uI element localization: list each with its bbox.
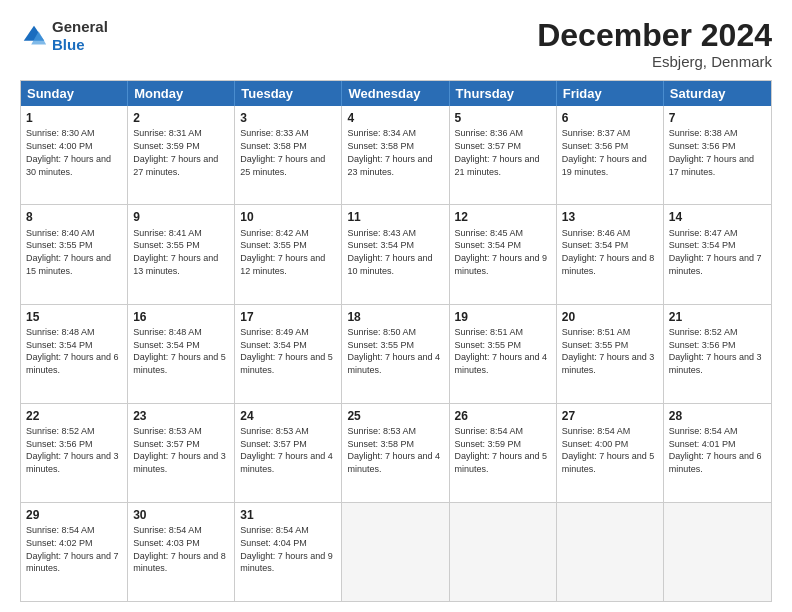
- month-title: December 2024: [537, 18, 772, 53]
- location-subtitle: Esbjerg, Denmark: [537, 53, 772, 70]
- cell-info: Sunrise: 8:54 AMSunset: 4:01 PMDaylight:…: [669, 426, 762, 474]
- cal-cell-19: 19Sunrise: 8:51 AMSunset: 3:55 PMDayligh…: [450, 305, 557, 403]
- cal-cell-27: 27Sunrise: 8:54 AMSunset: 4:00 PMDayligh…: [557, 404, 664, 502]
- logo-text: General Blue: [52, 18, 108, 54]
- cell-info: Sunrise: 8:40 AMSunset: 3:55 PMDaylight:…: [26, 228, 111, 276]
- cal-cell-6: 6Sunrise: 8:37 AMSunset: 3:56 PMDaylight…: [557, 106, 664, 204]
- day-number: 8: [26, 209, 122, 225]
- cell-info: Sunrise: 8:53 AMSunset: 3:58 PMDaylight:…: [347, 426, 440, 474]
- day-number: 4: [347, 110, 443, 126]
- cal-cell-17: 17Sunrise: 8:49 AMSunset: 3:54 PMDayligh…: [235, 305, 342, 403]
- logo-icon: [20, 22, 48, 50]
- header: General Blue December 2024 Esbjerg, Denm…: [20, 18, 772, 70]
- logo-blue-text: Blue: [52, 36, 85, 53]
- cal-cell-9: 9Sunrise: 8:41 AMSunset: 3:55 PMDaylight…: [128, 205, 235, 303]
- day-number: 27: [562, 408, 658, 424]
- cell-info: Sunrise: 8:52 AMSunset: 3:56 PMDaylight:…: [26, 426, 119, 474]
- cal-cell-2: 2Sunrise: 8:31 AMSunset: 3:59 PMDaylight…: [128, 106, 235, 204]
- cal-cell-3: 3Sunrise: 8:33 AMSunset: 3:58 PMDaylight…: [235, 106, 342, 204]
- cal-cell-13: 13Sunrise: 8:46 AMSunset: 3:54 PMDayligh…: [557, 205, 664, 303]
- day-number: 29: [26, 507, 122, 523]
- cal-row-3: 22Sunrise: 8:52 AMSunset: 3:56 PMDayligh…: [21, 403, 771, 502]
- day-number: 24: [240, 408, 336, 424]
- cell-info: Sunrise: 8:54 AMSunset: 4:00 PMDaylight:…: [562, 426, 655, 474]
- day-number: 1: [26, 110, 122, 126]
- cell-info: Sunrise: 8:54 AMSunset: 3:59 PMDaylight:…: [455, 426, 548, 474]
- cal-row-2: 15Sunrise: 8:48 AMSunset: 3:54 PMDayligh…: [21, 304, 771, 403]
- day-number: 15: [26, 309, 122, 325]
- cell-info: Sunrise: 8:46 AMSunset: 3:54 PMDaylight:…: [562, 228, 655, 276]
- cal-cell-8: 8Sunrise: 8:40 AMSunset: 3:55 PMDaylight…: [21, 205, 128, 303]
- cal-row-1: 8Sunrise: 8:40 AMSunset: 3:55 PMDaylight…: [21, 204, 771, 303]
- calendar-header: SundayMondayTuesdayWednesdayThursdayFrid…: [21, 81, 771, 106]
- cal-cell-10: 10Sunrise: 8:42 AMSunset: 3:55 PMDayligh…: [235, 205, 342, 303]
- calendar-body: 1Sunrise: 8:30 AMSunset: 4:00 PMDaylight…: [21, 106, 771, 601]
- day-number: 13: [562, 209, 658, 225]
- cal-cell-7: 7Sunrise: 8:38 AMSunset: 3:56 PMDaylight…: [664, 106, 771, 204]
- cal-cell-30: 30Sunrise: 8:54 AMSunset: 4:03 PMDayligh…: [128, 503, 235, 601]
- cal-cell-29: 29Sunrise: 8:54 AMSunset: 4:02 PMDayligh…: [21, 503, 128, 601]
- cal-header-monday: Monday: [128, 81, 235, 106]
- cal-cell-empty-4-5: [557, 503, 664, 601]
- cell-info: Sunrise: 8:42 AMSunset: 3:55 PMDaylight:…: [240, 228, 325, 276]
- cell-info: Sunrise: 8:52 AMSunset: 3:56 PMDaylight:…: [669, 327, 762, 375]
- cal-cell-31: 31Sunrise: 8:54 AMSunset: 4:04 PMDayligh…: [235, 503, 342, 601]
- day-number: 2: [133, 110, 229, 126]
- cal-cell-12: 12Sunrise: 8:45 AMSunset: 3:54 PMDayligh…: [450, 205, 557, 303]
- cal-cell-18: 18Sunrise: 8:50 AMSunset: 3:55 PMDayligh…: [342, 305, 449, 403]
- cell-info: Sunrise: 8:37 AMSunset: 3:56 PMDaylight:…: [562, 128, 647, 176]
- cell-info: Sunrise: 8:48 AMSunset: 3:54 PMDaylight:…: [133, 327, 226, 375]
- cell-info: Sunrise: 8:38 AMSunset: 3:56 PMDaylight:…: [669, 128, 754, 176]
- day-number: 30: [133, 507, 229, 523]
- cell-info: Sunrise: 8:45 AMSunset: 3:54 PMDaylight:…: [455, 228, 548, 276]
- cell-info: Sunrise: 8:53 AMSunset: 3:57 PMDaylight:…: [133, 426, 226, 474]
- page: General Blue December 2024 Esbjerg, Denm…: [0, 0, 792, 612]
- cell-info: Sunrise: 8:54 AMSunset: 4:03 PMDaylight:…: [133, 525, 226, 573]
- cal-cell-21: 21Sunrise: 8:52 AMSunset: 3:56 PMDayligh…: [664, 305, 771, 403]
- cell-info: Sunrise: 8:49 AMSunset: 3:54 PMDaylight:…: [240, 327, 333, 375]
- cal-cell-26: 26Sunrise: 8:54 AMSunset: 3:59 PMDayligh…: [450, 404, 557, 502]
- calendar: SundayMondayTuesdayWednesdayThursdayFrid…: [20, 80, 772, 602]
- day-number: 10: [240, 209, 336, 225]
- cell-info: Sunrise: 8:43 AMSunset: 3:54 PMDaylight:…: [347, 228, 432, 276]
- day-number: 25: [347, 408, 443, 424]
- day-number: 21: [669, 309, 766, 325]
- day-number: 18: [347, 309, 443, 325]
- day-number: 7: [669, 110, 766, 126]
- cell-info: Sunrise: 8:41 AMSunset: 3:55 PMDaylight:…: [133, 228, 218, 276]
- cal-header-tuesday: Tuesday: [235, 81, 342, 106]
- cell-info: Sunrise: 8:54 AMSunset: 4:04 PMDaylight:…: [240, 525, 333, 573]
- cal-cell-empty-4-4: [450, 503, 557, 601]
- day-number: 23: [133, 408, 229, 424]
- logo: General Blue: [20, 18, 108, 54]
- day-number: 26: [455, 408, 551, 424]
- day-number: 31: [240, 507, 336, 523]
- cal-cell-24: 24Sunrise: 8:53 AMSunset: 3:57 PMDayligh…: [235, 404, 342, 502]
- cell-info: Sunrise: 8:34 AMSunset: 3:58 PMDaylight:…: [347, 128, 432, 176]
- cal-header-wednesday: Wednesday: [342, 81, 449, 106]
- cal-row-0: 1Sunrise: 8:30 AMSunset: 4:00 PMDaylight…: [21, 106, 771, 204]
- cal-cell-14: 14Sunrise: 8:47 AMSunset: 3:54 PMDayligh…: [664, 205, 771, 303]
- day-number: 20: [562, 309, 658, 325]
- cell-info: Sunrise: 8:48 AMSunset: 3:54 PMDaylight:…: [26, 327, 119, 375]
- cal-header-saturday: Saturday: [664, 81, 771, 106]
- day-number: 12: [455, 209, 551, 225]
- cal-cell-16: 16Sunrise: 8:48 AMSunset: 3:54 PMDayligh…: [128, 305, 235, 403]
- cell-info: Sunrise: 8:47 AMSunset: 3:54 PMDaylight:…: [669, 228, 762, 276]
- cal-cell-28: 28Sunrise: 8:54 AMSunset: 4:01 PMDayligh…: [664, 404, 771, 502]
- day-number: 9: [133, 209, 229, 225]
- cell-info: Sunrise: 8:51 AMSunset: 3:55 PMDaylight:…: [455, 327, 548, 375]
- day-number: 3: [240, 110, 336, 126]
- cell-info: Sunrise: 8:33 AMSunset: 3:58 PMDaylight:…: [240, 128, 325, 176]
- logo-general-text: General: [52, 18, 108, 35]
- day-number: 19: [455, 309, 551, 325]
- cell-info: Sunrise: 8:51 AMSunset: 3:55 PMDaylight:…: [562, 327, 655, 375]
- cal-cell-15: 15Sunrise: 8:48 AMSunset: 3:54 PMDayligh…: [21, 305, 128, 403]
- cal-cell-25: 25Sunrise: 8:53 AMSunset: 3:58 PMDayligh…: [342, 404, 449, 502]
- cal-cell-5: 5Sunrise: 8:36 AMSunset: 3:57 PMDaylight…: [450, 106, 557, 204]
- cal-row-4: 29Sunrise: 8:54 AMSunset: 4:02 PMDayligh…: [21, 502, 771, 601]
- day-number: 28: [669, 408, 766, 424]
- day-number: 14: [669, 209, 766, 225]
- cal-cell-20: 20Sunrise: 8:51 AMSunset: 3:55 PMDayligh…: [557, 305, 664, 403]
- day-number: 16: [133, 309, 229, 325]
